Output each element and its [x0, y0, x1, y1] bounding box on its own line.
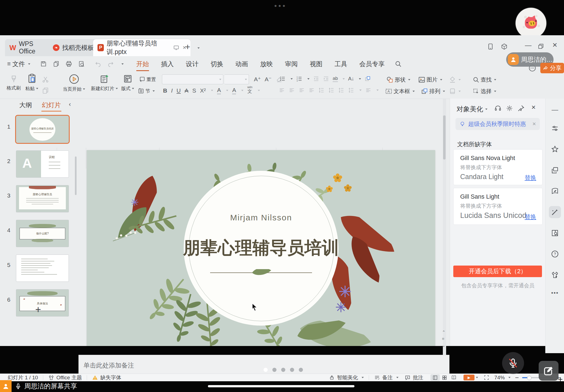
print-icon[interactable] [66, 61, 72, 67]
fill-color-button[interactable] [449, 76, 461, 83]
text-align-vertical-icon[interactable] [365, 87, 372, 93]
fit-page-button[interactable]: ⌗ [442, 336, 444, 341]
monitor-icon[interactable] [173, 45, 179, 51]
dock-template-browser-icon[interactable] [549, 227, 561, 239]
tab-design[interactable]: 设计 [185, 57, 199, 71]
page-dot-1[interactable] [264, 368, 268, 372]
frame-button[interactable] [449, 88, 461, 95]
workspace-cube-icon[interactable] [501, 43, 508, 50]
tab-wps-home[interactable]: W WPS Office [5, 39, 56, 56]
tab-list-caret-icon[interactable] [197, 47, 200, 49]
panel-pin-icon[interactable] [517, 105, 525, 112]
slideshow-play-button[interactable]: ▶ [463, 375, 474, 380]
tab-member[interactable]: 会员专享 [359, 57, 385, 71]
line-spacing-up-icon[interactable] [328, 87, 335, 93]
smart-beautify-button[interactable]: 智能美化 [329, 374, 364, 381]
home-indicator-bar[interactable] [208, 385, 354, 387]
play-options-caret-icon[interactable] [476, 377, 478, 378]
muted-mic-button[interactable] [502, 352, 524, 374]
bold-button[interactable]: B [163, 87, 167, 94]
comments-button[interactable]: 批注 [405, 374, 423, 381]
page-dot-2[interactable] [272, 368, 276, 372]
promo-close-icon[interactable]: × [532, 120, 536, 128]
file-menu[interactable]: ≡ 文件 [7, 60, 30, 68]
share-button[interactable]: 分享 [540, 63, 564, 73]
replace-link[interactable]: 替换 [525, 213, 536, 221]
fit-slide-icon[interactable] [484, 375, 489, 380]
undo-icon[interactable] [95, 61, 101, 67]
presenter-avatar[interactable] [516, 8, 546, 39]
underline-button[interactable]: U [177, 87, 181, 94]
cut-icon[interactable] [42, 76, 49, 83]
line-spacing-icon[interactable] [348, 87, 354, 93]
dock-more-icon[interactable]: ••• [551, 290, 558, 296]
find-button[interactable]: 查找 [473, 76, 496, 83]
missing-fonts-warning[interactable]: 缺失字体 [92, 374, 121, 381]
slide-thumbnail-3[interactable]: 朋辈心理辅导员 [16, 185, 69, 212]
zoom-level[interactable]: 74% [494, 375, 511, 381]
dock-properties-icon[interactable] [549, 122, 561, 134]
convert-smartart-icon[interactable] [364, 75, 371, 82]
member-download-button[interactable]: 开通会员后下载（2） [453, 266, 542, 277]
distribute-icon[interactable] [318, 87, 325, 93]
new-slide-button[interactable]: 新建幻灯片 [91, 74, 118, 92]
italic-button[interactable]: I [171, 87, 173, 94]
zoom-plus-overlay[interactable]: + [558, 375, 563, 384]
slide-sorter-view-button[interactable] [440, 374, 449, 381]
redo-icon[interactable] [107, 61, 114, 67]
slide-subtitle-text[interactable]: Mirjam Nilsson [184, 213, 338, 222]
tab-tools[interactable]: 工具 [334, 57, 348, 71]
line-spacing-down-icon[interactable] [338, 87, 345, 93]
dock-theme-icon[interactable] [549, 269, 561, 281]
increase-font-button[interactable]: A⁺ [254, 76, 261, 83]
highlight-button[interactable]: A [232, 87, 236, 94]
add-slide-button[interactable]: + [35, 304, 41, 315]
slide-title-text[interactable]: 朋辈心理辅导员培训 [178, 236, 345, 260]
bullet-list-icon[interactable] [279, 75, 286, 82]
dock-transition-icon[interactable] [549, 164, 561, 176]
page-dot-5[interactable] [299, 368, 303, 372]
prev-slide-button[interactable]: ⌃ [442, 330, 446, 335]
dock-beautify-wand-icon[interactable] [549, 206, 561, 218]
ribbon-search-icon[interactable] [395, 60, 402, 67]
tab-slides[interactable]: 幻灯片 [42, 101, 61, 112]
page-dot-4[interactable] [290, 368, 294, 372]
align-left-icon[interactable] [279, 87, 285, 93]
tab-home[interactable]: 开始 [136, 57, 150, 71]
replace-link[interactable]: 替换 [525, 174, 536, 182]
format-painter-button[interactable]: 格式刷 [7, 75, 21, 91]
headset-support-icon[interactable] [494, 105, 501, 112]
dock-help-icon[interactable] [549, 248, 561, 260]
dock-design-icon[interactable] [549, 185, 561, 197]
text-direction-button[interactable]: A↓ [348, 76, 354, 82]
select-button[interactable]: 选择 [473, 88, 496, 95]
panel-settings-icon[interactable] [506, 105, 513, 112]
decrease-font-button[interactable]: A⁻ [265, 76, 272, 83]
arrange-button[interactable]: 排列 [421, 88, 445, 95]
section-button[interactable]: 节 [138, 88, 155, 94]
layout-button[interactable]: 版式 [121, 74, 134, 92]
shadow-button[interactable]: S [192, 87, 196, 94]
canvas-scrollbar-thumb[interactable] [443, 115, 446, 159]
reset-button[interactable]: 重置 [139, 76, 156, 83]
mobile-view-icon[interactable] [487, 43, 494, 50]
tab-slideshow[interactable]: 放映 [260, 57, 273, 71]
slide-thumbnail-2[interactable]: A 议程 [16, 150, 69, 178]
play-from-current-button[interactable]: 当页开始 [63, 74, 85, 92]
notes-placeholder[interactable]: 单击此处添加备注 [83, 361, 134, 370]
redo-caret-icon[interactable] [121, 63, 124, 65]
tab-transition[interactable]: 切换 [210, 57, 224, 71]
slide-thumbnail-5[interactable] [16, 255, 69, 282]
paste-button[interactable]: 粘贴 [25, 73, 38, 92]
meeting-more-dots-icon[interactable]: ••• [274, 2, 287, 10]
slide-thumbnail-1[interactable]: 朋辈心理辅导员培训 [16, 116, 69, 143]
dock-collapse-icon[interactable]: — [552, 106, 558, 113]
zoom-slider-handle[interactable] [527, 376, 532, 380]
sidebar-scrollbar[interactable] [75, 156, 77, 195]
close-button[interactable]: × [552, 40, 557, 50]
panel-close-icon[interactable]: × [532, 103, 536, 112]
font-color-button[interactable]: A [217, 87, 221, 94]
justify-icon[interactable] [308, 87, 315, 93]
normal-view-button[interactable] [430, 374, 440, 381]
font-name-select[interactable] [162, 74, 223, 84]
